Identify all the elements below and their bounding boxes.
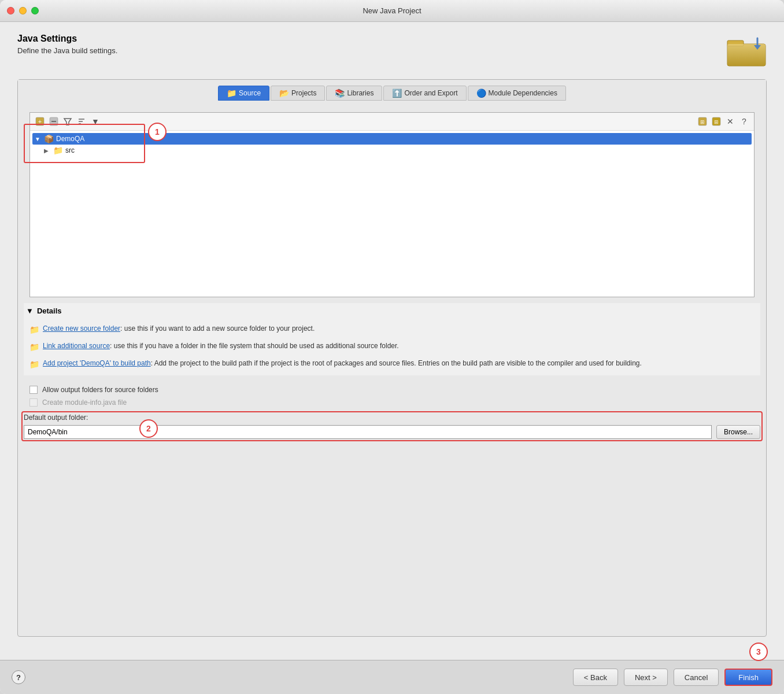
details-body: 📁 Create new source folder: use this if … <box>24 319 760 375</box>
workspace-toolbar: + ▼ <box>30 113 754 131</box>
tree-item-src[interactable]: ▶ 📁 src <box>42 145 752 156</box>
detail-icon-3: 📁 <box>29 359 39 371</box>
tab-projects[interactable]: 📂 Projects <box>271 86 325 101</box>
tree-label-src: src <box>65 146 75 154</box>
header-text: Java Settings Define the Java build sett… <box>17 34 117 55</box>
tree-label-demoqa: DemoQA <box>56 135 84 143</box>
detail-row-2: 📁 Link additional source: use this if yo… <box>29 341 755 353</box>
toolbar-btn-new-source[interactable]: ⊞ <box>696 115 709 128</box>
libraries-tab-label: Libraries <box>347 89 373 97</box>
details-title: Details <box>37 307 62 315</box>
toolbar-btn-sort[interactable] <box>75 115 88 128</box>
create-module-label: Create module-info.java file <box>42 398 127 407</box>
link-additional-source-link[interactable]: Link additional source <box>43 342 110 350</box>
annotation-bubble-1: 1 <box>148 123 167 141</box>
source-tab-icon: 📁 <box>227 88 236 98</box>
detail-text-2: : use this if you have a folder in the f… <box>110 342 399 350</box>
output-input-row: Browse... <box>24 425 760 439</box>
annotation-bubble-3: 3 <box>749 643 768 661</box>
window-title: New Java Project <box>363 6 421 15</box>
bottom-right: 3 < Back Next > Cancel Finish <box>573 669 772 686</box>
tab-order-export[interactable]: ⬆️ Order and Export <box>383 86 466 101</box>
allow-output-row: Allow output folders for source folders <box>24 383 760 396</box>
tree-children: ▶ 📁 src <box>42 145 752 156</box>
order-export-tab-icon: ⬆️ <box>392 88 402 98</box>
finish-button[interactable]: Finish <box>724 669 772 686</box>
detail-text-1: : use this if you want to add a new sour… <box>120 324 315 333</box>
svg-text:+: + <box>38 118 42 125</box>
toolbar-btn-add[interactable]: + <box>34 115 46 128</box>
create-module-checkbox[interactable] <box>29 398 38 407</box>
page-header: Java Settings Define the Java build sett… <box>17 34 767 70</box>
output-input-field[interactable] <box>24 425 712 439</box>
detail-row-1: 📁 Create new source folder: use this if … <box>29 323 755 336</box>
bottom-bar: ? 3 < Back Next > Cancel Finish <box>0 660 784 694</box>
toolbar-right: ⊞ ⊞ ✕ ? <box>696 115 750 128</box>
close-button[interactable] <box>7 7 14 14</box>
projects-tab-label: Projects <box>291 89 316 97</box>
toolbar-left: + ▼ <box>34 115 102 128</box>
detail-icon-2: 📁 <box>29 341 39 353</box>
tab-source[interactable]: 📁 Source <box>218 86 269 101</box>
tree-arrow-demoqa: ▼ <box>35 136 42 142</box>
browse-button[interactable]: Browse... <box>716 425 760 439</box>
folder-icon-large <box>726 34 767 68</box>
project-icon: 📦 <box>44 134 54 143</box>
details-section: ▼ Details 📁 Create new source folder: us… <box>24 303 760 375</box>
cancel-button[interactable]: Cancel <box>674 669 719 686</box>
toolbar-btn-link-source[interactable]: ⊞ <box>710 115 723 128</box>
toolbar-btn-dropdown[interactable]: ▼ <box>89 115 102 128</box>
page-subtitle: Define the Java build settings. <box>17 46 117 55</box>
details-header[interactable]: ▼ Details <box>24 303 760 319</box>
svg-marker-9 <box>64 119 71 125</box>
checkboxes-area: Allow output folders for source folders … <box>24 383 760 409</box>
svg-text:⊞: ⊞ <box>714 119 719 125</box>
svg-text:⊞: ⊞ <box>700 119 705 125</box>
svg-rect-2 <box>727 44 765 66</box>
add-project-build-path-link[interactable]: Add project 'DemoQA' to build path <box>43 359 151 367</box>
toolbar-btn-remove[interactable] <box>47 115 60 128</box>
detail-text-3: : Add the project to the build path if t… <box>151 359 642 367</box>
allow-output-label: Allow output folders for source folders <box>42 386 158 394</box>
toolbar-btn-remove-source[interactable]: ✕ <box>724 115 737 128</box>
tree-arrow-src: ▶ <box>44 147 51 154</box>
module-dep-tab-icon: 🔵 <box>476 88 486 98</box>
title-bar: New Java Project <box>0 0 784 22</box>
workspace-container: 1 + <box>24 106 760 303</box>
main-panel: 📁 Source 📂 Projects 📚 Libraries ⬆️ Order… <box>17 79 767 637</box>
header-icon <box>726 34 767 70</box>
main-window: New Java Project Java Settings Define th… <box>0 0 784 694</box>
toolbar-btn-filter[interactable] <box>61 115 74 128</box>
create-source-folder-link[interactable]: Create new source folder <box>43 324 120 333</box>
source-tab-label: Source <box>239 89 261 97</box>
projects-tab-icon: 📂 <box>279 88 289 98</box>
help-button[interactable]: ? <box>12 670 25 684</box>
src-icon: 📁 <box>53 146 63 155</box>
minimize-button[interactable] <box>19 7 27 14</box>
output-label: Default output folder: <box>24 414 760 422</box>
toolbar-btn-help[interactable]: ? <box>738 115 750 128</box>
tree-item-demoqa[interactable]: ▼ 📦 DemoQA <box>32 133 752 145</box>
maximize-button[interactable] <box>31 7 39 14</box>
back-button[interactable]: < Back <box>573 669 618 686</box>
detail-icon-1: 📁 <box>29 324 39 336</box>
allow-output-checkbox[interactable] <box>29 386 38 394</box>
output-container: 2 Default output folder: Browse... <box>24 414 760 439</box>
next-button[interactable]: Next > <box>624 669 668 686</box>
libraries-tab-icon: 📚 <box>335 88 345 98</box>
order-export-tab-label: Order and Export <box>404 89 457 97</box>
page-title: Java Settings <box>17 34 117 44</box>
content-area: Java Settings Define the Java build sett… <box>0 22 784 660</box>
details-arrow: ▼ <box>26 307 34 315</box>
tree-area: ▼ 📦 DemoQA ▶ 📁 src <box>30 131 754 297</box>
create-module-row: Create module-info.java file <box>24 396 760 409</box>
workspace-area: + ▼ <box>29 112 755 297</box>
tab-libraries[interactable]: 📚 Libraries <box>326 86 382 101</box>
window-controls <box>7 7 39 14</box>
tabs-row: 📁 Source 📂 Projects 📚 Libraries ⬆️ Order… <box>18 80 766 101</box>
bottom-left: ? <box>12 670 25 684</box>
detail-row-3: 📁 Add project 'DemoQA' to build path: Ad… <box>29 358 755 371</box>
annotation-bubble-2: 2 <box>139 419 158 438</box>
module-dep-tab-label: Module Dependencies <box>489 89 557 97</box>
tab-module-dependencies[interactable]: 🔵 Module Dependencies <box>468 86 566 101</box>
